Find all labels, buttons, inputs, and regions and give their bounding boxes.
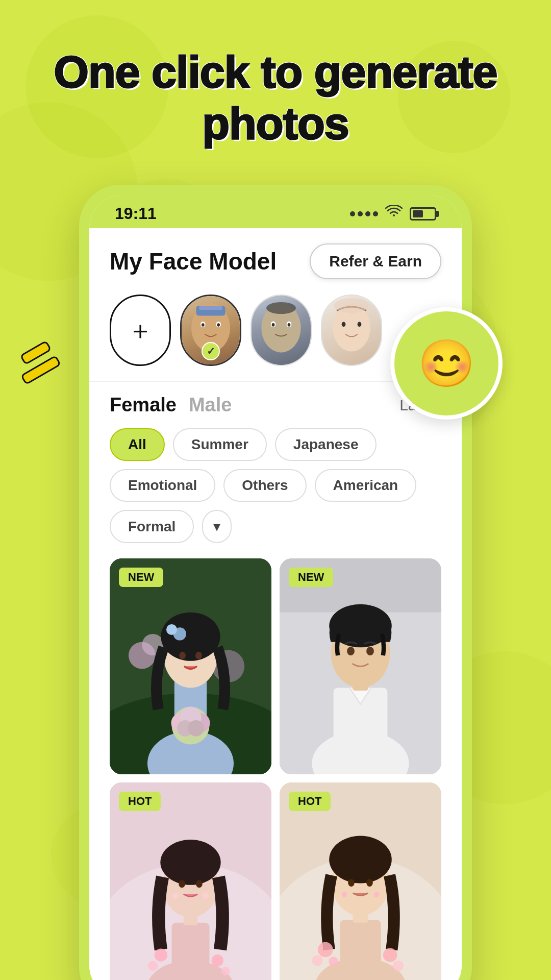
chip-american[interactable]: American: [315, 469, 417, 502]
svg-point-35: [188, 720, 204, 737]
svg-rect-48: [172, 923, 210, 980]
face-avatar-3[interactable]: [321, 295, 382, 366]
gender-tabs: Female Male: [110, 394, 232, 416]
image-card-3[interactable]: HOT: [110, 782, 271, 980]
svg-point-71: [318, 942, 333, 958]
badge-new-2: NEW: [289, 568, 333, 587]
status-bar: 19:11: [89, 195, 462, 228]
svg-point-27: [195, 652, 202, 659]
svg-point-52: [179, 880, 185, 888]
signal-icon: [350, 211, 378, 216]
headline-section: One click to generate photos: [0, 0, 551, 169]
phone-frame: 😊 19:11: [79, 185, 472, 980]
badge-new-1: NEW: [119, 568, 163, 587]
chip-more-dropdown[interactable]: ▾: [202, 510, 232, 543]
chip-summer[interactable]: Summer: [173, 428, 267, 461]
svg-point-54: [155, 948, 167, 961]
image-card-2[interactable]: NEW: [280, 558, 441, 774]
face-avatar-1[interactable]: [180, 295, 241, 366]
image-card-1[interactable]: NEW: [110, 558, 271, 774]
svg-point-51: [160, 840, 220, 885]
svg-point-56: [212, 954, 223, 966]
category-row: All Summer Japanese Emotional Others Ame…: [110, 428, 441, 543]
svg-point-58: [172, 893, 179, 899]
image-grid: NEW: [89, 558, 462, 980]
battery-icon: [410, 207, 436, 220]
svg-point-44: [366, 647, 374, 656]
svg-point-59: [203, 893, 209, 899]
svg-point-15: [358, 322, 362, 327]
chip-all[interactable]: All: [110, 428, 165, 461]
svg-point-57: [221, 967, 230, 975]
svg-point-12: [266, 302, 296, 314]
face-selected-check: [202, 342, 220, 360]
svg-point-3: [202, 324, 205, 327]
tab-female[interactable]: Female: [110, 394, 177, 416]
svg-point-25: [161, 612, 220, 661]
svg-point-66: [329, 836, 392, 884]
svg-point-73: [329, 957, 338, 966]
svg-point-69: [342, 892, 347, 898]
svg-point-16: [334, 299, 369, 313]
svg-point-55: [148, 961, 158, 971]
svg-point-67: [348, 879, 355, 887]
phone-screen: 19:11: [89, 195, 462, 980]
svg-point-14: [342, 322, 346, 327]
status-icons: [350, 205, 436, 222]
svg-point-43: [347, 647, 355, 656]
svg-point-75: [393, 961, 404, 971]
phone-mockup: 😊 19:11: [0, 185, 551, 980]
svg-point-53: [196, 880, 203, 888]
add-face-button[interactable]: ＋: [110, 295, 171, 366]
svg-point-70: [374, 892, 380, 898]
badge-hot-2: HOT: [289, 792, 331, 811]
wifi-icon: [385, 205, 403, 222]
svg-point-11: [288, 323, 291, 327]
app-title: My Face Model: [110, 248, 277, 275]
svg-point-4: [217, 324, 220, 327]
svg-point-10: [272, 323, 275, 327]
chip-japanese[interactable]: Japanese: [275, 428, 377, 461]
spark-decoration: [20, 347, 61, 376]
face-avatar-2[interactable]: [251, 295, 312, 366]
svg-point-74: [383, 948, 397, 962]
gender-row: Female Male Latest: [110, 394, 441, 416]
svg-point-72: [312, 955, 322, 966]
tab-male[interactable]: Male: [189, 394, 232, 416]
chip-emotional[interactable]: Emotional: [110, 469, 215, 502]
refer-earn-button[interactable]: Refer & Earn: [310, 243, 441, 279]
top-bar: My Face Model Refer & Earn: [110, 243, 441, 279]
status-time: 19:11: [115, 204, 157, 223]
svg-point-26: [179, 652, 186, 659]
app-logo-icon: 😊: [390, 307, 503, 420]
main-headline: One click to generate photos: [31, 46, 520, 149]
chip-formal[interactable]: Formal: [110, 510, 194, 543]
svg-rect-6: [199, 306, 222, 310]
image-card-4[interactable]: HOT: [280, 782, 441, 980]
svg-point-68: [366, 879, 373, 887]
badge-hot-1: HOT: [119, 792, 161, 811]
svg-rect-63: [340, 920, 381, 980]
svg-point-29: [166, 624, 177, 635]
chip-others[interactable]: Others: [223, 469, 306, 502]
